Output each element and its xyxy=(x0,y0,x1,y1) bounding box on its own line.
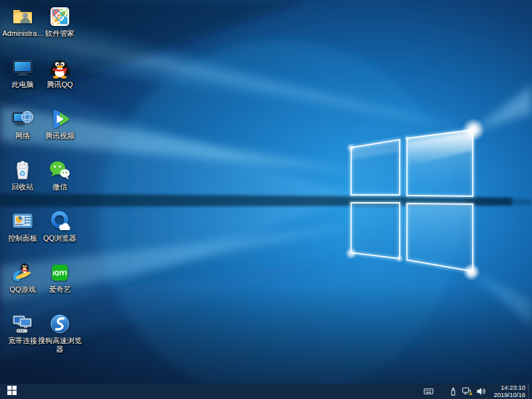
desktop-icon-sogou-browser[interactable]: 搜狗高速浏览器 xyxy=(37,313,82,354)
user-folder-icon xyxy=(11,5,34,28)
tencent-video-icon xyxy=(49,108,71,130)
software-manager-icon xyxy=(49,5,71,28)
svg-text:♻: ♻ xyxy=(19,170,26,178)
desktop-icon-grid: Administra... 软件管家 此电脑 腾讯QQ 网络 腾讯视频 ♻回收站… xyxy=(0,0,133,384)
desktop-icon-label: QQ浏览器 xyxy=(37,234,82,243)
desktop-icon-label: 爱奇艺 xyxy=(37,285,82,294)
usb-device-icon[interactable] xyxy=(446,384,460,399)
recycle-bin-icon: ♻ xyxy=(11,159,34,182)
qq-games-icon xyxy=(11,261,34,284)
desktop-icon-label: 腾讯视频 xyxy=(37,132,82,140)
desktop-icon-qq-browser[interactable]: QQ浏览器 xyxy=(37,210,82,243)
clock-time: 14:23:10 xyxy=(493,384,525,392)
sogou-browser-icon xyxy=(49,313,71,335)
desktop-icon-label: 搜狗高速浏览器 xyxy=(37,336,82,354)
windows-desktop: Administra... 软件管家 此电脑 腾讯QQ 网络 腾讯视频 ♻回收站… xyxy=(0,0,532,399)
desktop-icon-wechat[interactable]: 微信 xyxy=(37,159,82,192)
clock-date: 2019/10/16 xyxy=(493,392,525,399)
volume-icon[interactable] xyxy=(474,384,488,399)
touch-keyboard-icon[interactable] xyxy=(422,384,436,399)
system-tray xyxy=(422,384,488,399)
windows-logo-icon xyxy=(7,386,17,397)
tencent-qq-icon xyxy=(49,57,71,79)
qq-browser-icon xyxy=(49,210,71,233)
taskbar: 14:23:10 2019/10/16 xyxy=(0,384,532,399)
desktop-icon-tencent-video[interactable]: 腾讯视频 xyxy=(37,108,82,140)
desktop-icon-tencent-qq[interactable]: 腾讯QQ xyxy=(37,57,82,89)
start-button[interactable] xyxy=(0,384,24,399)
taskbar-clock[interactable]: 14:23:10 2019/10/16 xyxy=(493,384,525,398)
desktop-icon-software-manager[interactable]: 软件管家 xyxy=(37,5,82,38)
control-panel-icon xyxy=(11,210,34,233)
this-pc-icon xyxy=(11,57,34,79)
desktop-icon-iqiyi[interactable]: iQIYI爱奇艺 xyxy=(37,261,82,294)
wechat-icon xyxy=(49,159,71,182)
desktop-icon-label: 软件管家 xyxy=(37,29,82,38)
desktop-icon-label: 腾讯QQ xyxy=(37,80,82,89)
network-status-warning-icon[interactable] xyxy=(460,384,474,399)
show-desktop-button[interactable] xyxy=(528,384,532,399)
desktop-icon-label: 微信 xyxy=(37,183,82,192)
svg-text:iQIYI: iQIYI xyxy=(53,271,66,277)
iqiyi-icon: iQIYI xyxy=(49,261,71,284)
network-icon xyxy=(11,108,34,130)
broadband-icon xyxy=(11,313,34,335)
